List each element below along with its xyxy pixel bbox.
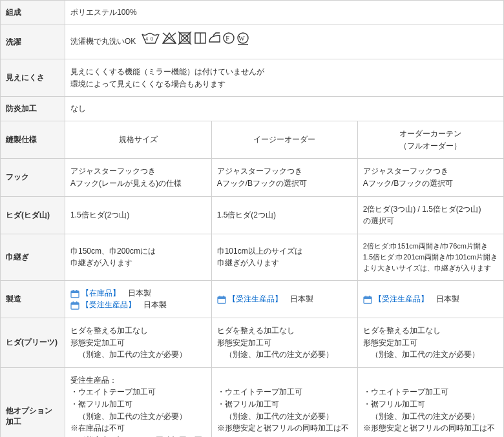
svg-rect-15 [76,301,78,303]
pleat-mt-c2: 1.5倍ヒダ(2つ山) [211,196,357,234]
flame-value: なし [65,97,504,121]
option-c1: 受注生産品： ・ウエイトテープ加工可 ・裾フリル加工可 （別途、加工代の注文が必… [65,367,212,437]
row-label-composition: 組成 [1,1,65,25]
svg-rect-10 [73,290,74,292]
row-label-spec: 縫製仕様 [1,121,65,159]
col-head-standard: 規格サイズ [65,121,212,159]
col-head-full: オーダーカーテン （フルオーダー） [357,121,503,159]
pleat-mt-c3: 2倍ヒダ(3つ山) / 1.5倍ヒダ(2つ山)の選択可 [357,196,503,234]
mfg-c2: 【受注生産品】 日本製 [211,280,357,318]
svg-rect-11 [76,290,78,292]
svg-text:W: W [238,35,247,42]
row-label-pleat: ヒダ(プリーツ) [1,318,65,368]
calendar-icon [363,295,372,304]
col-head-full-l1: オーダーカーテン [399,129,461,138]
svg-rect-13 [71,303,79,305]
visibility-l2: 環境によって見えにくくなる場合もあります [70,79,226,88]
visibility-value: 見えにくくする機能（ミラー機能）は付けていませんが 環境によって見えにくくなる場… [65,59,504,97]
calendar-icon [217,295,226,304]
svg-rect-23 [369,296,370,298]
col-head-full-l2: （フルオーダー） [399,141,461,150]
wash-value: 洗濯機で丸洗いOK 40 F W [65,25,504,59]
row-label-flame: 防炎加工 [1,97,65,121]
care-symbols-icon: 40 F W [141,30,270,51]
svg-rect-22 [365,296,366,298]
svg-text:F: F [226,35,232,42]
calendar-icon [70,289,79,298]
stock-link[interactable]: 【在庫品】 [81,289,120,298]
row-label-seam: 巾継ぎ [1,234,65,280]
seam-c3: 2倍ヒダ:巾151cm両開き/巾76cm片開き1.5倍ヒダ:巾201cm両開き/… [357,234,503,280]
order-link[interactable]: 【受注生産品】 [228,294,282,303]
seam-c2: 巾101cm以上のサイズは巾継ぎが入ります [211,234,357,280]
hook-c1: アジャスターフックつきAフック(レールが見える)の仕様 [65,159,212,196]
pleat-c1: ヒダを整える加工なし形態安定加工可 （別途、加工代の注文が必要） [65,318,212,368]
row-label-hook: フック [1,159,65,196]
seam-c1: 巾150cm、巾200cmには巾継ぎが入ります [65,234,212,280]
svg-rect-21 [364,297,372,299]
svg-rect-17 [218,297,226,299]
row-label-visibility: 見えにくさ [1,59,65,97]
svg-rect-19 [223,296,224,298]
hook-c2: アジャスターフックつきAフック/Bフックの選択可 [211,159,357,196]
row-label-option: 他オプション加工 [1,367,65,437]
svg-text:40: 40 [145,36,156,42]
order-link[interactable]: 【受注生産品】 [374,294,428,303]
visibility-l1: 見えにくくする機能（ミラー機能）は付けていませんが [70,67,264,76]
order-link[interactable]: 【受注生産品】 [81,300,136,309]
spec-table: 組成 ポリエステル100% 洗濯 洗濯機で丸洗いOK 40 [0,0,504,437]
svg-rect-18 [219,296,220,298]
row-label-pleat-mt: ヒダ(ヒダ山) [1,196,65,234]
pleat-c2: ヒダを整える加工なし形態安定加工可 （別途、加工代の注文が必要） [211,318,357,368]
option-c3: ・ウエイトテープ加工可 ・裾フリル加工可 （別途、加工代の注文が必要） ※形態安… [357,367,503,437]
row-label-wash: 洗濯 [1,25,65,59]
hook-c3: アジャスターフックつきAフック/Bフックの選択可 [357,159,503,196]
mfg-c3: 【受注生産品】 日本製 [357,280,503,318]
pleat-c3: ヒダを整える加工なし形態安定加工可 （別途、加工代の注文が必要） [357,318,503,368]
col-head-easy: イージーオーダー [211,121,357,159]
pleat-mt-c1: 1.5倍ヒダ(2つ山) [65,196,212,234]
row-label-mfg: 製造 [1,280,65,318]
composition-value: ポリエステル100% [65,1,504,25]
calendar-icon [70,301,79,310]
mfg-c1: 【在庫品】 日本製 【受注生産品】 日本製 [65,280,212,318]
svg-rect-9 [71,291,79,293]
svg-rect-14 [73,301,74,303]
wash-text: 洗濯機で丸洗いOK [70,37,136,46]
option-c2: ・ウエイトテープ加工可 ・裾フリル加工可 （別途、加工代の注文が必要） ※形態安… [211,367,357,437]
